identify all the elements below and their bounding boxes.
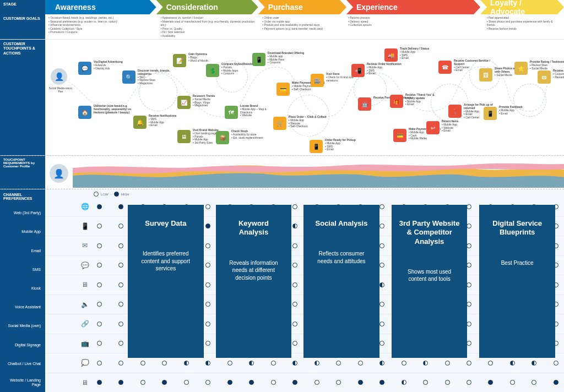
pref-dot <box>205 361 210 366</box>
touchpoint-n1: 💬 <box>78 62 91 75</box>
pref-dot <box>162 361 167 366</box>
pref-dot <box>292 380 297 385</box>
stage-purchase: Purchase <box>258 0 346 14</box>
pref-dot <box>249 380 254 385</box>
legend-low-dot <box>94 192 99 197</box>
touchpoint-n26: ⭐ <box>514 62 528 75</box>
touchpoint-n5: 📝 <box>173 54 186 67</box>
channel-row-label: CHANNEL PREFERENCES <box>0 189 45 204</box>
channel-icon-social: 🔗 <box>78 320 91 328</box>
touchpoint-label-n16: Receive Order Notification• Mobile App• … <box>367 63 405 75</box>
pref-dot <box>554 361 558 366</box>
touchpoints-row: CUSTOMER TOUCHPOINTS & ACTIONS Social Me… <box>0 40 564 155</box>
pref-dot <box>314 380 319 385</box>
pref-dot <box>97 380 102 385</box>
pref-dot <box>97 243 102 248</box>
touchpoint-n27: 🎟 <box>538 70 551 84</box>
goals-cell-ex: • Returns process• Delivery speed• Colle… <box>345 14 484 39</box>
pref-dot <box>379 380 384 385</box>
channel-side-signage: Digital Signage <box>0 335 45 354</box>
touchpoint-label-n25: Provide Feedback• Mobile App• Email <box>499 106 538 115</box>
pref-dot <box>205 380 210 385</box>
touchpoint-n3: 🔍 <box>122 70 135 84</box>
channel-dots-chat <box>91 361 564 366</box>
touchpoint-n10: 📦 <box>216 131 229 144</box>
pref-dot <box>118 204 123 209</box>
persona-label: Social Media-savvy Fan <box>48 87 73 94</box>
pref-dot <box>118 380 123 385</box>
channel-side-social: Social Media (own) <box>0 317 45 335</box>
goals-cell-pu: • Online order• Order via mobile app• Pr… <box>259 14 345 39</box>
stage-awareness: Awareness <box>45 0 156 14</box>
channel-side-site: Website / Landing Page <box>0 373 45 392</box>
channel-side-voice: Voice Assistant <box>0 298 45 317</box>
pref-dot <box>227 380 232 385</box>
pref-dot <box>423 361 428 366</box>
touchpoint-n6: 📈 <box>177 96 191 109</box>
analysis-card-2: Social AnalysisReflects consumer needs a… <box>303 205 379 358</box>
channel-icon-chat: 💭 <box>78 359 91 367</box>
touchpoint-label-n18: Track Delivery / Status• Mobile App• SMS… <box>400 47 438 60</box>
legend-high: HIGH <box>121 193 129 196</box>
pref-dot <box>118 322 123 326</box>
touchpoint-n11: 📱 <box>252 53 265 66</box>
pref-dot <box>118 282 123 287</box>
pref-dot <box>358 361 363 366</box>
legend-low: LOW <box>101 193 109 196</box>
card-body: Identifies preferred content and support… <box>135 250 196 273</box>
pref-dot <box>118 224 123 228</box>
pref-dot <box>97 361 102 366</box>
touchpoint-label-n3: Discover trends, brands, categories• SEO… <box>138 69 176 85</box>
touchpoint-label-n5: Gain Opinions• Blogs• Word of Mouth <box>188 53 227 62</box>
pref-dot <box>184 361 189 366</box>
pref-dot <box>423 380 428 385</box>
pref-dot <box>97 282 102 287</box>
touchpoint-label-n13: Place Order – Click & Collect• Mobile Ap… <box>289 116 327 128</box>
card-title: Keyword Analysis <box>224 219 284 237</box>
touchpoint-n19: 🎁 <box>390 95 403 108</box>
card-body: Reveals information needs at different d… <box>224 259 284 282</box>
channel-side-labels: CHANNEL PREFERENCES Web (3rd Party)Mobil… <box>0 189 45 392</box>
pref-dot <box>249 361 254 366</box>
channel-side-mobile: Mobile App <box>0 222 45 241</box>
stage-row: STAGE Awareness Consideration Purchase E… <box>0 0 564 14</box>
channel-icon-web: 🌐 <box>78 203 91 210</box>
pref-dot <box>402 361 406 366</box>
pref-dot <box>467 361 471 366</box>
pref-dot <box>554 380 558 385</box>
touchpoint-label-n27: Receive Loyalty Offerings• Coupons• Rewa… <box>553 69 564 79</box>
pref-dot <box>379 361 384 366</box>
pref-dot <box>488 380 493 385</box>
pref-dot <box>271 380 276 385</box>
touchpoint-n12: 💳 <box>276 83 290 96</box>
pref-dot <box>358 380 363 385</box>
pref-dot <box>314 361 319 366</box>
touchpoint-n22: ☎ <box>438 61 452 74</box>
card-body: Shows most used content and tools <box>399 268 460 283</box>
touchpoint-label-n19: Receive 'Thank You' & Loyalty update• Mo… <box>405 94 444 106</box>
touchpoint-label-n21: Return Items• Mobile App• Website• Email <box>442 120 480 133</box>
pref-dot <box>271 361 276 366</box>
pref-dot <box>97 224 102 228</box>
card-title: Survey Data <box>145 219 186 228</box>
touchpoint-label-n4: Receive Notifications• SMS• Mobile App• … <box>149 115 187 127</box>
touchpoint-label-n1: Via Digital Advertising• Adwords• Displa… <box>94 61 132 70</box>
goals-cell-aw: • Occasion-based needs (e.g. weddings, p… <box>45 14 158 39</box>
card-body: Best Practice <box>501 259 534 267</box>
pref-dot <box>118 361 123 366</box>
pref-dot <box>402 380 406 385</box>
pref-dot <box>510 380 515 385</box>
touchpoint-n8: 💲 <box>206 64 219 77</box>
channel-row-site: 🖥 <box>45 373 564 393</box>
card-body: Reflects consumer needs and attitudes <box>311 250 372 265</box>
pref-dot <box>97 341 102 346</box>
touchpoint-n13: 🛒 <box>273 117 286 130</box>
touchpoint-label-n11: Download Branded Offering• Mobile app• M… <box>268 52 306 64</box>
channel-body: LOW - HIGH 🌐📱✉💬🖥🔈🔗📺💭🖥 Survey DataIdentif… <box>45 189 564 392</box>
touchpoint-n25: 📱 <box>484 107 497 120</box>
requirements-row: TOUCHPOINT REQUIREMENTS by Customer Prof… <box>0 155 564 189</box>
goals-cell-lo: • Feel appreciated• Share photos and pur… <box>484 14 564 39</box>
card-title: Digital Service Blueprints <box>487 219 547 237</box>
touchpoint-n24: 🖼 <box>479 68 492 81</box>
channel-icon-email: ✉ <box>78 242 91 249</box>
